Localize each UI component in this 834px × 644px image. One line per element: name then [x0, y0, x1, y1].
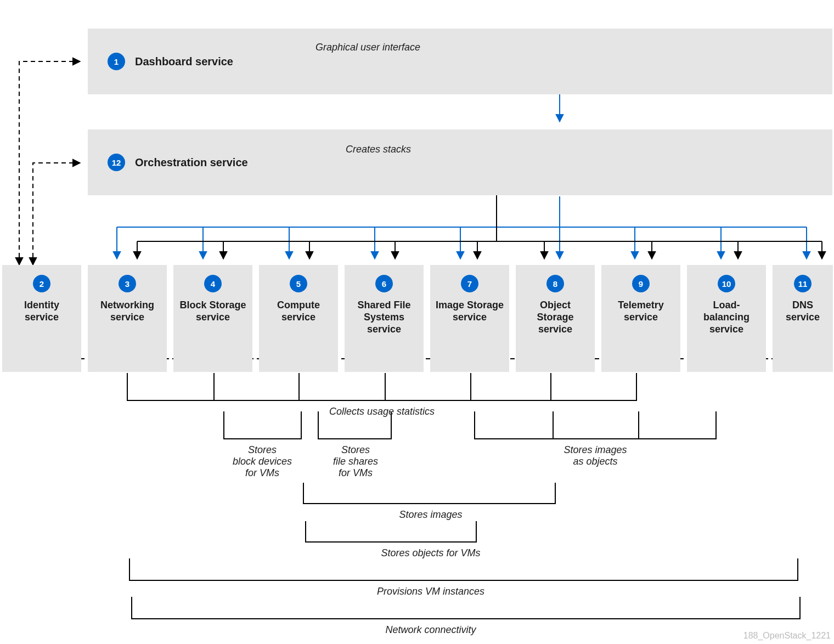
card-telemetry-badge: 9: [632, 275, 650, 292]
card-block-label: Block Storage service: [178, 299, 248, 323]
note-fileshares: Stores file shares for VMs: [333, 444, 378, 479]
orchestration-title: Orchestration service: [135, 156, 248, 169]
card-shared-label: Shared File Systems service: [349, 299, 419, 335]
card-identity-label: Identity service: [7, 299, 77, 323]
orchestration-badge: 12: [108, 154, 125, 171]
card-dns: 11DNS service: [773, 265, 833, 372]
note-storesobj: Stores objects for VMs: [381, 547, 480, 559]
note-prov: Provisions VM instances: [377, 586, 484, 597]
card-telemetry-label: Telemetry service: [606, 299, 676, 323]
note-net: Network connectivity: [385, 624, 476, 636]
card-shared: 6Shared File Systems service: [345, 265, 424, 372]
card-block: 4Block Storage service: [173, 265, 252, 372]
card-networking: 3Networking service: [88, 265, 167, 372]
card-compute: 5Compute service: [259, 265, 338, 372]
card-networking-badge: 3: [119, 275, 136, 292]
card-object-label: Object Storage service: [520, 299, 590, 335]
card-compute-label: Compute service: [263, 299, 334, 323]
note-collects: Collects usage statistics: [329, 406, 435, 417]
orchestration-panel: 12 Orchestration service: [88, 129, 832, 195]
card-image-badge: 7: [461, 275, 478, 292]
card-loadbal-badge: 10: [718, 275, 735, 292]
note-creates: Creates stacks: [346, 144, 411, 155]
card-object: 8Object Storage service: [516, 265, 595, 372]
dashboard-badge: 1: [108, 53, 125, 70]
note-storesimg: Stores images: [399, 509, 462, 521]
note-imgobj: Stores images as objects: [563, 444, 627, 467]
card-compute-badge: 5: [290, 275, 307, 292]
card-image-label: Image Storage service: [435, 299, 505, 323]
watermark: 188_OpenStack_1221: [743, 631, 831, 641]
card-identity-badge: 2: [33, 275, 50, 292]
card-telemetry: 9Telemetry service: [601, 265, 680, 372]
card-identity: 2Identity service: [2, 265, 81, 372]
card-dns-label: DNS service: [777, 299, 829, 323]
dashboard-title: Dashboard service: [135, 55, 233, 68]
card-image: 7Image Storage service: [430, 265, 509, 372]
note-blockdev: Stores block devices for VMs: [233, 444, 292, 479]
card-shared-badge: 6: [375, 275, 393, 292]
card-loadbal-label: Load-balancing service: [691, 299, 762, 335]
note-gui: Graphical user interface: [315, 42, 420, 53]
card-block-badge: 4: [204, 275, 222, 292]
dashboard-panel: 1 Dashboard service: [88, 29, 832, 94]
card-object-badge: 8: [546, 275, 564, 292]
card-loadbal: 10Load-balancing service: [687, 265, 766, 372]
card-dns-badge: 11: [794, 275, 812, 292]
card-networking-label: Networking service: [92, 299, 162, 323]
